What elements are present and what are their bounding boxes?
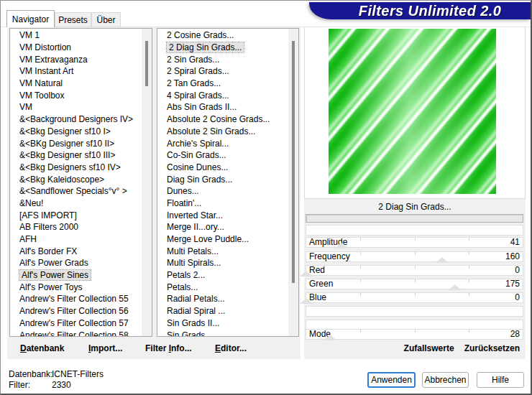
list-item[interactable]: VM Instant Art: [10, 65, 141, 78]
list-item[interactable]: Alf's Border FX: [10, 245, 141, 257]
list-item[interactable]: Andrew's Filter Collection 57: [10, 317, 141, 330]
list-item[interactable]: VM Toolbox: [10, 89, 141, 101]
list-item[interactable]: &<Bkg Designer sf10 III>: [10, 149, 141, 162]
slider-tick: [469, 279, 469, 282]
tab-label: Presets: [58, 15, 88, 25]
list-item-label: VM Instant Art: [19, 66, 75, 76]
slider-tick: [415, 266, 416, 269]
anwenden-button[interactable]: Anwenden: [367, 372, 416, 388]
editor-button[interactable]: Editor...: [215, 343, 247, 353]
filter-info-button[interactable]: Filter Info...: [145, 343, 192, 353]
category-scrollbar[interactable]: [142, 29, 152, 336]
list-item[interactable]: VM Natural: [10, 78, 141, 90]
list-item[interactable]: Absolute 2 Sin Grads...: [157, 126, 288, 138]
filter-list: 2 Cosine Grads...2 Diag Sin Grads...2 Si…: [157, 28, 299, 337]
list-item[interactable]: &<BKg Designer sf10 II>: [10, 137, 141, 149]
slider-empty-row: [306, 306, 523, 317]
tab-presets[interactable]: Presets: [55, 12, 91, 27]
list-item[interactable]: 2 Cosine Grads...: [157, 29, 288, 42]
app-title: Filters Unlimited 2.0: [359, 3, 501, 19]
list-item[interactable]: Co-Sin Grads...: [157, 149, 288, 162]
zufallswerte-button[interactable]: Zufallswerte: [404, 343, 454, 353]
category-list: VM 1VM DistortionVM ExtravaganzaVM Insta…: [9, 28, 152, 337]
list-item[interactable]: AFH: [10, 233, 141, 246]
list-item[interactable]: Multi Spirals...: [157, 257, 288, 269]
list-item[interactable]: &Neu!: [10, 198, 141, 210]
slider-blue[interactable]: Blue0: [306, 292, 523, 303]
zuruecksetzen-button[interactable]: Zurücksetzen: [464, 343, 520, 353]
list-item-label: Dunes...: [167, 186, 201, 196]
list-item-label: Radial Petals...: [167, 294, 227, 304]
list-item[interactable]: &<Bkg Designers sf10 IV>: [10, 162, 141, 174]
list-item-label: Radial Spiral ...: [167, 306, 227, 316]
list-item[interactable]: Petals 2...: [157, 269, 288, 282]
progress-bar: [306, 214, 523, 223]
list-item[interactable]: Sin Grads II...: [157, 317, 288, 330]
list-item[interactable]: Cosine Dunes...: [157, 162, 288, 174]
filter-scrollbar[interactable]: [288, 29, 298, 336]
slider-red[interactable]: Red0: [306, 265, 523, 276]
slider-thumb[interactable]: [449, 284, 462, 290]
list-item[interactable]: 2 Tan Grads...: [157, 78, 288, 90]
list-item-label: AB Filters 2000: [19, 222, 81, 232]
slider-tick: [360, 266, 361, 269]
list-item[interactable]: Andrew's Filter Collection 58: [10, 329, 141, 336]
list-item[interactable]: Dunes...: [157, 185, 288, 198]
hilfe-button[interactable]: Hilfe: [477, 372, 524, 388]
list-item[interactable]: &<Bkg Designer sf10 I>: [10, 126, 141, 138]
list-item[interactable]: &<Sandflower Specials°v° >: [10, 185, 141, 198]
datenbank-button[interactable]: Datenbank: [20, 343, 64, 353]
list-item[interactable]: VM: [10, 101, 141, 113]
scrollbar-thumb[interactable]: [145, 41, 148, 86]
list-item-label: Merge II...ory...: [167, 222, 226, 232]
abbrechen-button[interactable]: Abbrechen: [422, 372, 469, 388]
list-item[interactable]: VM 1: [10, 29, 141, 42]
list-item[interactable]: Archie's Spiral...: [157, 137, 288, 149]
filter-list-rows: 2 Cosine Grads...2 Diag Sin Grads...2 Si…: [157, 29, 288, 336]
category-list-rows: VM 1VM DistortionVM ExtravaganzaVM Insta…: [10, 29, 141, 336]
list-item[interactable]: Abs Sin Grads II...: [157, 101, 288, 113]
list-item[interactable]: Alf's Power Toys: [10, 281, 141, 293]
list-item[interactable]: 4 Spiral Grads...: [157, 89, 288, 101]
slider-value: 0: [515, 293, 520, 302]
slider-amplitude[interactable]: Amplitude41: [306, 237, 523, 248]
list-item[interactable]: Alf's Power Sines: [10, 269, 141, 282]
slider-mode[interactable]: Mode28: [306, 329, 523, 340]
list-item[interactable]: Sin Grads...: [157, 329, 288, 336]
slider-tick: [415, 293, 416, 296]
list-item[interactable]: VM Extravaganza: [10, 53, 141, 65]
list-item[interactable]: Radial Petals...: [157, 293, 288, 305]
list-item[interactable]: Multi Petals...: [157, 245, 288, 257]
slider-green[interactable]: Green175: [306, 279, 523, 289]
list-item[interactable]: Alf's Power Grads: [10, 257, 141, 269]
list-item[interactable]: Petals...: [157, 281, 288, 293]
list-item-label: Sin Grads II...: [167, 318, 221, 328]
list-item[interactable]: Floatin'...: [157, 198, 288, 210]
list-item[interactable]: Merge II...ory...: [157, 221, 288, 233]
list-item-label: Merge Love Puddle...: [167, 234, 251, 244]
list-item[interactable]: Radial Spiral ...: [157, 305, 288, 317]
tab-ueber[interactable]: Über: [91, 12, 121, 27]
list-item[interactable]: VM Distortion: [10, 42, 141, 54]
tab-navigator[interactable]: Navigator: [6, 10, 55, 27]
list-item-label: Petals...: [167, 282, 200, 292]
list-item[interactable]: Andrew's Filter Collection 56: [10, 305, 141, 317]
list-item[interactable]: 2 Spiral Grads...: [157, 65, 288, 78]
slider-tick: [360, 252, 361, 255]
list-item[interactable]: 2 Sin Grads...: [157, 53, 288, 65]
slider-frequency[interactable]: Frequency160: [306, 251, 523, 262]
list-item-label: Multi Spirals...: [167, 258, 223, 268]
list-item[interactable]: Merge Love Puddle...: [157, 233, 288, 246]
list-item[interactable]: Inverted Star...: [157, 209, 288, 221]
list-item[interactable]: &<Bkg Kaleidoscope>: [10, 173, 141, 185]
scrollbar-thumb[interactable]: [292, 41, 295, 283]
import-button[interactable]: Import...: [88, 343, 122, 353]
list-item[interactable]: Diag Sin Grads...: [157, 173, 288, 185]
list-item[interactable]: &<Background Designers IV>: [10, 113, 141, 126]
list-item[interactable]: 2 Diag Sin Grads...: [157, 42, 288, 54]
list-item[interactable]: AB Filters 2000: [10, 221, 141, 233]
list-item[interactable]: Absolute 2 Cosine Grads...: [157, 113, 288, 126]
list-item[interactable]: Andrew's Filter Collection 55: [10, 293, 141, 305]
list-item[interactable]: [AFS IMPORT]: [10, 209, 141, 221]
slider-thumb[interactable]: [436, 257, 449, 263]
